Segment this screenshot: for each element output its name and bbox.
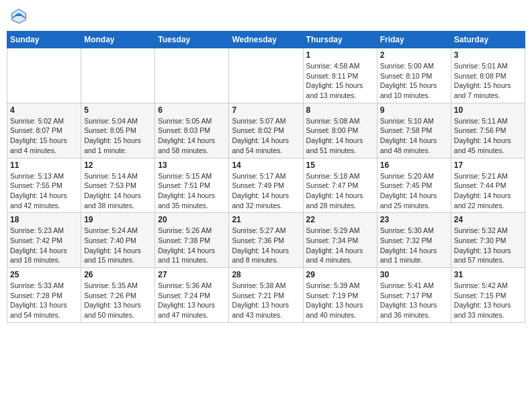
day-number: 14	[232, 161, 300, 170]
day-number: 28	[232, 270, 300, 279]
calendar-cell: 19Sunrise: 5:24 AM Sunset: 7:40 PM Dayli…	[81, 213, 155, 268]
calendar-cell: 27Sunrise: 5:36 AM Sunset: 7:24 PM Dayli…	[155, 268, 229, 323]
calendar-week-3: 11Sunrise: 5:13 AM Sunset: 7:55 PM Dayli…	[7, 158, 525, 213]
day-info: Sunrise: 5:42 AM Sunset: 7:15 PM Dayligh…	[454, 281, 522, 320]
day-number: 22	[306, 215, 374, 224]
logo	[9, 7, 31, 26]
weekday-header-sunday: Sunday	[7, 32, 81, 48]
calendar-week-1: 1Sunrise: 4:58 AM Sunset: 8:11 PM Daylig…	[7, 48, 525, 103]
calendar-cell: 9Sunrise: 5:10 AM Sunset: 7:58 PM Daylig…	[377, 103, 451, 158]
day-number: 30	[380, 270, 448, 279]
calendar-cell: 20Sunrise: 5:26 AM Sunset: 7:38 PM Dayli…	[155, 213, 229, 268]
logo-icon	[9, 7, 28, 26]
calendar-week-5: 25Sunrise: 5:33 AM Sunset: 7:28 PM Dayli…	[7, 268, 525, 323]
day-info: Sunrise: 5:33 AM Sunset: 7:28 PM Dayligh…	[10, 281, 78, 320]
calendar-cell: 14Sunrise: 5:17 AM Sunset: 7:49 PM Dayli…	[229, 158, 303, 213]
day-info: Sunrise: 5:23 AM Sunset: 7:42 PM Dayligh…	[10, 226, 78, 265]
day-number: 19	[84, 215, 152, 224]
day-info: Sunrise: 5:15 AM Sunset: 7:51 PM Dayligh…	[158, 171, 226, 211]
calendar-cell: 5Sunrise: 5:04 AM Sunset: 8:05 PM Daylig…	[81, 103, 155, 158]
day-info: Sunrise: 5:00 AM Sunset: 8:10 PM Dayligh…	[380, 61, 448, 101]
day-number: 9	[380, 105, 448, 115]
day-info: Sunrise: 5:18 AM Sunset: 7:47 PM Dayligh…	[306, 171, 374, 211]
day-number: 7	[232, 105, 300, 115]
day-number: 6	[158, 105, 226, 115]
day-number: 26	[84, 270, 152, 279]
calendar-cell: 17Sunrise: 5:21 AM Sunset: 7:44 PM Dayli…	[451, 158, 525, 213]
day-number: 2	[380, 50, 448, 60]
day-number: 13	[158, 161, 226, 170]
calendar-week-2: 4Sunrise: 5:02 AM Sunset: 8:07 PM Daylig…	[7, 103, 525, 158]
calendar-cell: 22Sunrise: 5:29 AM Sunset: 7:34 PM Dayli…	[303, 213, 377, 268]
day-info: Sunrise: 5:20 AM Sunset: 7:45 PM Dayligh…	[380, 171, 448, 211]
calendar-cell: 18Sunrise: 5:23 AM Sunset: 7:42 PM Dayli…	[7, 213, 81, 268]
calendar-cell: 10Sunrise: 5:11 AM Sunset: 7:56 PM Dayli…	[451, 103, 525, 158]
day-info: Sunrise: 5:04 AM Sunset: 8:05 PM Dayligh…	[84, 116, 152, 156]
day-info: Sunrise: 5:30 AM Sunset: 7:32 PM Dayligh…	[380, 226, 448, 265]
day-number: 24	[454, 215, 522, 224]
day-info: Sunrise: 5:38 AM Sunset: 7:21 PM Dayligh…	[232, 281, 300, 320]
day-number: 8	[306, 105, 374, 115]
calendar-cell	[155, 48, 229, 103]
day-number: 4	[10, 105, 78, 115]
calendar-week-4: 18Sunrise: 5:23 AM Sunset: 7:42 PM Dayli…	[7, 213, 525, 268]
calendar-cell: 24Sunrise: 5:32 AM Sunset: 7:30 PM Dayli…	[451, 213, 525, 268]
day-info: Sunrise: 5:26 AM Sunset: 7:38 PM Dayligh…	[158, 226, 226, 265]
day-number: 23	[380, 215, 448, 224]
calendar-cell: 28Sunrise: 5:38 AM Sunset: 7:21 PM Dayli…	[229, 268, 303, 323]
day-number: 11	[10, 161, 78, 170]
calendar-cell: 16Sunrise: 5:20 AM Sunset: 7:45 PM Dayli…	[377, 158, 451, 213]
day-info: Sunrise: 5:07 AM Sunset: 8:02 PM Dayligh…	[232, 116, 300, 156]
day-info: Sunrise: 5:32 AM Sunset: 7:30 PM Dayligh…	[454, 226, 522, 265]
calendar-cell: 25Sunrise: 5:33 AM Sunset: 7:28 PM Dayli…	[7, 268, 81, 323]
day-number: 17	[454, 161, 522, 170]
calendar-cell: 15Sunrise: 5:18 AM Sunset: 7:47 PM Dayli…	[303, 158, 377, 213]
calendar-table: SundayMondayTuesdayWednesdayThursdayFrid…	[7, 31, 525, 323]
day-number: 18	[10, 215, 78, 224]
day-number: 16	[380, 161, 448, 170]
calendar-cell: 29Sunrise: 5:39 AM Sunset: 7:19 PM Dayli…	[303, 268, 377, 323]
day-info: Sunrise: 5:05 AM Sunset: 8:03 PM Dayligh…	[158, 116, 226, 156]
calendar-cell: 2Sunrise: 5:00 AM Sunset: 8:10 PM Daylig…	[377, 48, 451, 103]
calendar-cell: 23Sunrise: 5:30 AM Sunset: 7:32 PM Dayli…	[377, 213, 451, 268]
day-number: 12	[84, 161, 152, 170]
day-number: 5	[84, 105, 152, 115]
day-number: 21	[232, 215, 300, 224]
day-info: Sunrise: 5:14 AM Sunset: 7:53 PM Dayligh…	[84, 171, 152, 211]
calendar-cell	[229, 48, 303, 103]
day-info: Sunrise: 5:24 AM Sunset: 7:40 PM Dayligh…	[84, 226, 152, 265]
weekday-header-row: SundayMondayTuesdayWednesdayThursdayFrid…	[7, 32, 525, 48]
day-info: Sunrise: 5:02 AM Sunset: 8:07 PM Dayligh…	[10, 116, 78, 156]
day-info: Sunrise: 5:29 AM Sunset: 7:34 PM Dayligh…	[306, 226, 374, 265]
day-info: Sunrise: 5:36 AM Sunset: 7:24 PM Dayligh…	[158, 281, 226, 320]
day-info: Sunrise: 5:08 AM Sunset: 8:00 PM Dayligh…	[306, 116, 374, 156]
calendar-cell: 26Sunrise: 5:35 AM Sunset: 7:26 PM Dayli…	[81, 268, 155, 323]
calendar-cell: 4Sunrise: 5:02 AM Sunset: 8:07 PM Daylig…	[7, 103, 81, 158]
day-number: 29	[306, 270, 374, 279]
day-number: 10	[454, 105, 522, 115]
calendar-cell: 12Sunrise: 5:14 AM Sunset: 7:53 PM Dayli…	[81, 158, 155, 213]
calendar-cell: 1Sunrise: 4:58 AM Sunset: 8:11 PM Daylig…	[303, 48, 377, 103]
day-info: Sunrise: 5:10 AM Sunset: 7:58 PM Dayligh…	[380, 116, 448, 156]
calendar-cell	[81, 48, 155, 103]
day-info: Sunrise: 5:41 AM Sunset: 7:17 PM Dayligh…	[380, 281, 448, 320]
day-number: 15	[306, 161, 374, 170]
weekday-header-monday: Monday	[81, 32, 155, 48]
day-info: Sunrise: 5:17 AM Sunset: 7:49 PM Dayligh…	[232, 171, 300, 211]
day-number: 3	[454, 50, 522, 60]
day-info: Sunrise: 5:21 AM Sunset: 7:44 PM Dayligh…	[454, 171, 522, 211]
calendar-cell	[7, 48, 81, 103]
day-number: 25	[10, 270, 78, 279]
calendar-cell: 7Sunrise: 5:07 AM Sunset: 8:02 PM Daylig…	[229, 103, 303, 158]
calendar-cell: 13Sunrise: 5:15 AM Sunset: 7:51 PM Dayli…	[155, 158, 229, 213]
weekday-header-tuesday: Tuesday	[155, 32, 229, 48]
weekday-header-saturday: Saturday	[451, 32, 525, 48]
weekday-header-wednesday: Wednesday	[229, 32, 303, 48]
calendar-cell: 31Sunrise: 5:42 AM Sunset: 7:15 PM Dayli…	[451, 268, 525, 323]
day-info: Sunrise: 5:01 AM Sunset: 8:08 PM Dayligh…	[454, 61, 522, 101]
weekday-header-thursday: Thursday	[303, 32, 377, 48]
calendar-cell: 30Sunrise: 5:41 AM Sunset: 7:17 PM Dayli…	[377, 268, 451, 323]
calendar-cell: 8Sunrise: 5:08 AM Sunset: 8:00 PM Daylig…	[303, 103, 377, 158]
day-info: Sunrise: 5:27 AM Sunset: 7:36 PM Dayligh…	[232, 226, 300, 265]
day-number: 31	[454, 270, 522, 279]
